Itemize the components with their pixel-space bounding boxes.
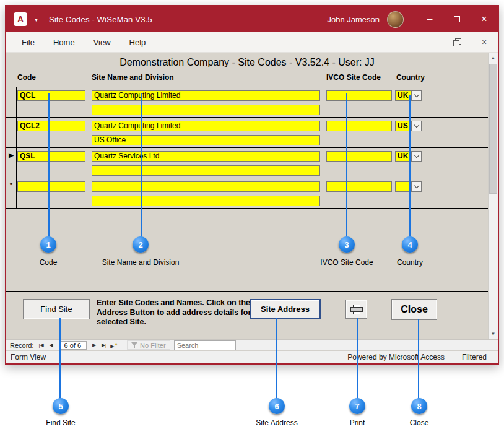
user-name[interactable]: John Jameson (327, 15, 380, 24)
filtered-status[interactable]: Filtered (462, 353, 487, 361)
site-division-field[interactable] (92, 165, 320, 176)
callout-balloon-7: 7 (349, 398, 365, 414)
menubar: File Home View Help – × (6, 32, 498, 53)
country-dropdown-button[interactable] (411, 151, 422, 162)
ivco-site-code-field[interactable] (326, 181, 392, 192)
record-row-new: * (6, 178, 488, 209)
callout-line-ivco (346, 93, 347, 237)
column-header-site-name: Site Name and Division (92, 73, 174, 82)
ivco-site-code-field[interactable] (326, 151, 392, 162)
callout-balloon-3: 3 (339, 236, 355, 253)
callout-label-site-name: Site Name and Division (102, 258, 180, 267)
print-button[interactable] (345, 300, 367, 319)
ivco-site-code-field[interactable] (326, 121, 392, 131)
record-row: QCL Quartz Computing Limited UK (6, 87, 488, 118)
first-record-button[interactable]: |◀ (37, 342, 46, 348)
search-input[interactable] (174, 340, 236, 350)
record-position[interactable]: 6 of 6 (59, 341, 87, 350)
no-filter-button[interactable]: No Filter (127, 340, 170, 350)
callout-line-site-name (141, 93, 142, 237)
find-site-button[interactable]: Find Site (23, 299, 90, 319)
callout-balloon-1: 1 (40, 236, 56, 253)
ivco-site-code-field[interactable] (326, 90, 392, 101)
callout-label-code: Code (40, 258, 58, 267)
callout-label-print: Print (350, 418, 365, 427)
menu-file[interactable]: File (12, 32, 44, 52)
next-record-button[interactable]: ▶ (89, 342, 99, 348)
restore-icon (453, 38, 461, 46)
code-field[interactable]: QCL2 (17, 121, 85, 131)
callout-line-close (418, 319, 419, 399)
callout-line-country (409, 95, 411, 237)
ribbon-minimize-button[interactable]: – (416, 32, 443, 52)
menu-view[interactable]: View (84, 32, 120, 52)
close-button[interactable]: × (471, 6, 498, 32)
avatar[interactable] (387, 11, 404, 28)
previous-record-button[interactable]: ◀ (46, 342, 56, 348)
chevron-down-icon (414, 153, 419, 158)
code-field[interactable]: QSL (17, 151, 85, 162)
callout-line-print (357, 318, 358, 399)
site-name-field[interactable]: Quartz Services Ltd (92, 151, 320, 162)
powered-by-label: Powered by Microsoft Access (347, 353, 445, 361)
record-selector[interactable] (6, 87, 17, 117)
column-header-country: Country (396, 73, 425, 82)
column-header-ivco: IVCO Site Code (326, 73, 381, 82)
form-footer: Find Site Enter Site Codes and Names. Cl… (6, 291, 488, 339)
instructions-text: Enter Site Codes and Names. Click on the… (97, 298, 254, 327)
scrollbar-thumb[interactable] (489, 64, 497, 194)
quick-access-dropdown-icon[interactable]: ▾ (35, 16, 38, 23)
maximize-button[interactable] (443, 6, 471, 32)
record-label: Record: (10, 342, 34, 349)
country-dropdown-button[interactable] (411, 121, 422, 131)
window-title: Site Codes - WiSeMan V3.5 (49, 15, 152, 24)
form-header-title: Demonstration Company - Site Codes - V3.… (6, 57, 488, 68)
record-selector-current[interactable]: ▶ (6, 148, 17, 178)
site-division-field[interactable]: US Office (92, 135, 320, 145)
chevron-down-icon (414, 92, 419, 97)
ribbon-close-button[interactable]: × (471, 32, 498, 52)
minimize-button[interactable]: – (416, 6, 443, 32)
callout-balloon-8: 8 (411, 398, 427, 414)
code-field[interactable] (17, 181, 85, 192)
scroll-down-icon[interactable]: ▼ (489, 329, 498, 339)
menu-help[interactable]: Help (120, 32, 155, 52)
new-record-button[interactable]: ▶* (109, 342, 119, 349)
page: A ▾ Site Codes - WiSeMan V3.5 John James… (0, 0, 504, 437)
country-dropdown-button[interactable] (411, 181, 422, 192)
ribbon-restore-button[interactable] (443, 32, 471, 52)
printer-icon (350, 305, 363, 314)
status-bar: Form View Powered by Microsoft Access Fi… (6, 350, 498, 363)
callout-label-find-site: Find Site (46, 418, 75, 427)
record-selector[interactable] (6, 118, 17, 147)
filter-funnel-icon (131, 342, 137, 348)
callout-line-find-site (59, 318, 61, 399)
titlebar: A ▾ Site Codes - WiSeMan V3.5 John James… (6, 6, 498, 32)
site-name-field[interactable]: Quartz Computing Limited (92, 90, 320, 101)
record-navigation-bar: Record: |◀ ◀ 6 of 6 ▶ ▶| ▶* No Filter (6, 339, 498, 350)
no-filter-label: No Filter (140, 342, 166, 349)
callout-balloon-2: 2 (133, 236, 149, 253)
close-form-button[interactable]: Close (391, 299, 437, 320)
site-division-field[interactable] (92, 105, 320, 115)
site-address-button[interactable]: Site Address (250, 300, 320, 319)
callout-balloon-6: 6 (269, 398, 285, 414)
code-field[interactable]: QCL (17, 90, 85, 101)
menu-home[interactable]: Home (44, 32, 84, 52)
vertical-scrollbar[interactable]: ▲ ▼ (488, 53, 498, 339)
callout-label-close: Close (410, 418, 429, 427)
records: QCL Quartz Computing Limited UK QCL2 Qua… (6, 87, 488, 209)
access-app-icon[interactable]: A (14, 12, 27, 26)
new-record-arrow-icon: ▶ (110, 344, 114, 349)
scroll-up-icon[interactable]: ▲ (489, 53, 498, 63)
site-division-field[interactable] (92, 196, 320, 206)
view-mode-label: Form View (11, 353, 46, 361)
chevron-down-icon (414, 183, 419, 188)
site-name-field[interactable] (92, 181, 320, 192)
country-dropdown-button[interactable] (411, 90, 422, 101)
last-record-button[interactable]: ▶| (99, 342, 109, 348)
callout-balloon-5: 5 (53, 398, 69, 414)
site-name-field[interactable]: Quartz Computing Limited (92, 121, 320, 131)
record-selector-new[interactable]: * (6, 178, 17, 208)
column-header-code: Code (17, 73, 36, 82)
